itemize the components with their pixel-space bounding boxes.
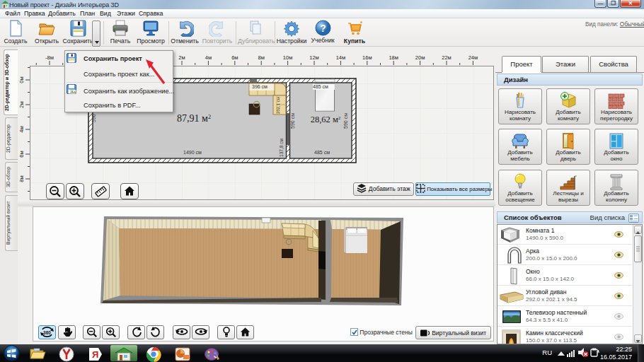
svg-text:1490 см: 1490 см bbox=[183, 150, 202, 155]
svg-text:20м: 20м bbox=[415, 54, 425, 61]
svg-text:14м: 14м bbox=[336, 54, 346, 61]
svg-text:6м: 6м bbox=[231, 54, 238, 61]
svg-text:396 см: 396 см bbox=[252, 84, 268, 89]
svg-text:-8м: -8м bbox=[45, 54, 54, 61]
svg-text:202,1 см: 202,1 см bbox=[276, 97, 280, 114]
svg-text:360: 360 bbox=[43, 330, 51, 335]
svg-text:22м: 22м bbox=[442, 54, 452, 61]
svg-text:4м: 4м bbox=[205, 54, 212, 61]
svg-text:4м: 4м bbox=[18, 126, 25, 132]
svg-text:485 см: 485 см bbox=[313, 84, 328, 89]
svg-text:?: ? bbox=[320, 23, 326, 34]
svg-text:10м: 10м bbox=[283, 54, 293, 61]
svg-text:0м: 0м bbox=[18, 76, 25, 83]
svg-text:12м: 12м bbox=[309, 54, 319, 61]
svg-text:Я: Я bbox=[92, 349, 98, 360]
svg-text:16м: 16м bbox=[362, 54, 372, 61]
svg-text:2м: 2м bbox=[178, 54, 185, 61]
svg-text:590 см: 590 см bbox=[290, 113, 295, 129]
svg-text:8м: 8м bbox=[18, 175, 25, 182]
svg-text:6м: 6м bbox=[18, 151, 25, 157]
svg-text:485 см: 485 см bbox=[314, 150, 330, 155]
svg-text:24м: 24м bbox=[468, 54, 478, 61]
svg-text:28,62 м2: 28,62 м2 bbox=[311, 115, 341, 124]
svg-text:137,8 см: 137,8 см bbox=[279, 139, 284, 157]
svg-text:2м: 2м bbox=[18, 101, 25, 107]
svg-text:18м: 18м bbox=[389, 54, 398, 61]
svg-text:8м: 8м bbox=[258, 54, 265, 61]
svg-text:87,91 м2: 87,91 м2 bbox=[177, 113, 211, 124]
svg-text:590 см: 590 см bbox=[343, 113, 348, 129]
